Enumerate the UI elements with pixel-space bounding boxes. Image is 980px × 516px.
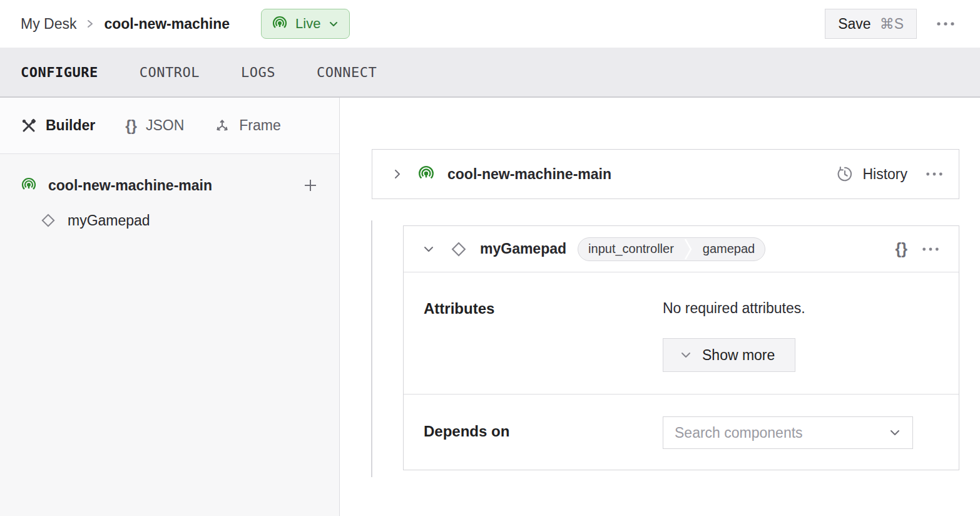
diamond-icon [40, 212, 56, 229]
tree-item-component[interactable]: myGamepad [0, 203, 339, 238]
header-more-menu-button[interactable] [932, 18, 959, 30]
view-builder[interactable]: Builder [21, 117, 95, 134]
save-button[interactable]: Save ⌘S [825, 9, 917, 39]
breadcrumb-machine-name: cool-new-machine [104, 16, 230, 33]
history-clock-icon [836, 165, 854, 183]
component-model-label: gamepad [693, 242, 765, 256]
machine-tabbar: CONFIGURE CONTROL LOGS CONNECT [0, 48, 980, 98]
select-chevron-down-icon [889, 426, 901, 439]
machine-part-card-title: cool-new-machine-main [447, 166, 836, 183]
braces-icon: {} [896, 240, 907, 258]
machine-tree: cool-new-machine-main myGamepad [0, 154, 339, 516]
view-frame[interactable]: Frame [214, 117, 280, 134]
tree-machine-part-label: cool-new-machine-main [48, 177, 302, 194]
save-button-label: Save [838, 16, 870, 33]
view-json[interactable]: {} JSON [125, 117, 184, 135]
add-component-button[interactable] [302, 177, 319, 194]
machine-part-icon [417, 165, 435, 183]
frame-axes-icon [214, 118, 230, 134]
ellipsis-icon [925, 172, 944, 177]
config-sidebar: Builder {} JSON Frame [0, 98, 340, 516]
machine-card-expand-chevron-icon[interactable] [391, 168, 404, 180]
depends-on-select[interactable] [663, 416, 913, 449]
component-more-button[interactable] [921, 247, 940, 252]
machine-part-icon [21, 177, 37, 194]
tree-component-label: myGamepad [68, 212, 150, 229]
configure-content: Builder {} JSON Frame [0, 98, 980, 516]
diamond-icon [450, 240, 467, 258]
tab-connect[interactable]: CONNECT [317, 64, 377, 80]
show-more-button[interactable]: Show more [663, 338, 795, 372]
component-json-button[interactable]: {} [896, 240, 907, 258]
breadcrumb-root[interactable]: My Desk [21, 16, 76, 33]
tree-item-machine-part[interactable]: cool-new-machine-main [0, 168, 339, 203]
history-label: History [862, 166, 907, 183]
tab-configure[interactable]: CONFIGURE [21, 64, 98, 80]
config-view-switcher: Builder {} JSON Frame [0, 98, 339, 154]
tree-connector-line [371, 220, 372, 477]
chevron-down-icon [680, 349, 692, 361]
component-api-label: input_controller [578, 242, 684, 256]
view-builder-label: Builder [46, 117, 95, 134]
component-type-badge: input_controller gamepad [578, 237, 765, 261]
component-card: myGamepad input_controller gamepad {} [403, 225, 959, 470]
search-components-input[interactable] [675, 425, 889, 441]
depends-on-section: Depends on [404, 395, 959, 470]
tab-logs[interactable]: LOGS [241, 64, 275, 80]
tools-icon [21, 118, 37, 134]
live-broadcast-icon [272, 16, 288, 32]
badge-separator-chevron-icon [684, 237, 693, 261]
attributes-section: Attributes No required attributes. Show … [404, 272, 959, 395]
live-chevron-down-icon [328, 18, 339, 29]
machine-card-more-button[interactable] [925, 172, 944, 177]
view-json-label: JSON [146, 117, 184, 134]
attributes-label: Attributes [424, 300, 663, 372]
ellipsis-icon [921, 247, 940, 252]
depends-on-label: Depends on [424, 416, 663, 449]
history-button[interactable]: History [836, 165, 907, 183]
plus-icon [302, 177, 319, 194]
live-status-label: Live [295, 16, 320, 32]
save-shortcut-hint: ⌘S [880, 16, 904, 33]
tab-control[interactable]: CONTROL [140, 64, 200, 80]
component-card-header: myGamepad input_controller gamepad {} [404, 226, 959, 272]
config-main-panel: cool-new-machine-main History [340, 98, 980, 516]
component-card-title: myGamepad [480, 240, 566, 257]
app-header: My Desk cool-new-machine Live Save ⌘S [0, 0, 980, 48]
live-status-button[interactable]: Live [261, 9, 350, 39]
ellipsis-icon [936, 21, 956, 26]
view-frame-label: Frame [239, 117, 280, 134]
breadcrumb-chevron-icon [85, 16, 95, 31]
show-more-label: Show more [702, 347, 775, 364]
machine-part-card: cool-new-machine-main History [372, 149, 959, 199]
attributes-empty-text: No required attributes. [663, 300, 939, 317]
component-collapse-chevron-icon[interactable] [422, 243, 435, 255]
braces-icon: {} [125, 117, 137, 135]
